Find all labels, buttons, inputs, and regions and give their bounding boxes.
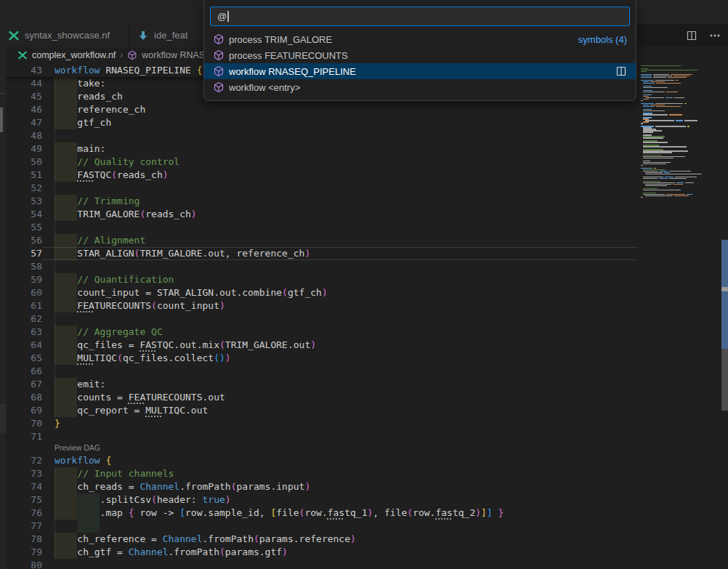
line-number[interactable]: 65: [6, 352, 42, 365]
symbol-cube-icon: [213, 65, 225, 77]
code-line[interactable]: 76 .map { row -> [row.sample_id, [file(r…: [6, 507, 638, 520]
line-number[interactable]: 52: [6, 182, 42, 195]
line-number[interactable]: 75: [6, 493, 42, 507]
line-number[interactable]: 66: [6, 365, 42, 378]
code-line[interactable]: 64 qc_files = FASTQC.out.mix(TRIM_GALORE…: [6, 339, 638, 352]
code-line[interactable]: 70}: [6, 417, 638, 430]
line-number[interactable]: 79: [6, 546, 42, 559]
quick-pick-item-label: process FEATURECOUNTS: [229, 50, 348, 61]
code-line[interactable]: 79 ch_gtf = Channel.fromPath(params.gtf): [6, 546, 638, 559]
code-line[interactable]: 63 // Aggregate QC: [6, 326, 638, 339]
quick-pick-item[interactable]: workflow RNASEQ_PIPELINE: [204, 63, 636, 79]
code-line-content: reference_ch: [42, 103, 638, 116]
line-number[interactable]: 72: [6, 454, 42, 467]
code-line[interactable]: 67 emit:: [6, 378, 638, 391]
line-number[interactable]: 50: [6, 156, 42, 169]
line-number[interactable]: 43: [6, 64, 42, 77]
symbol-quick-pick: @ process TRIM_GALOREsymbols (4)process …: [203, 0, 636, 101]
line-number[interactable]: 69: [6, 404, 42, 417]
line-number[interactable]: 57: [6, 247, 42, 260]
split-editor-icon[interactable]: [686, 30, 697, 41]
code-line[interactable]: 71: [6, 430, 638, 443]
code-line[interactable]: 49 main:: [6, 142, 638, 156]
line-number[interactable]: 56: [6, 234, 42, 247]
code-line[interactable]: 78 ch_reference = Channel.fromPath(param…: [6, 533, 638, 546]
code-line[interactable]: 53 // Trimming: [6, 195, 638, 208]
line-number[interactable]: 46: [6, 103, 42, 116]
code-line[interactable]: 48: [6, 129, 638, 142]
sliver-scroll-handle[interactable]: [0, 108, 3, 132]
indent-highlight-band: [54, 299, 77, 312]
code-line-content: FEATURECOUNTS(count_input): [42, 299, 638, 312]
line-number[interactable]: 63: [6, 326, 42, 339]
line-number[interactable]: 71: [6, 430, 42, 443]
code-line[interactable]: 47 gtf_ch: [6, 116, 638, 129]
code-line[interactable]: 61 FEATURECOUNTS(count_input): [6, 299, 638, 312]
code-line[interactable]: 65 MULTIQC(qc_files.collect()): [6, 352, 638, 365]
code-line[interactable]: 51 FASTQC(reads_ch): [6, 169, 638, 182]
line-number[interactable]: 80: [6, 559, 42, 569]
line-number[interactable]: 45: [6, 90, 42, 103]
tab-syntax-showcase[interactable]: syntax_showcase.nf: [0, 24, 129, 47]
line-number[interactable]: 68: [6, 391, 42, 404]
quick-pick-item[interactable]: process FEATURECOUNTS: [204, 47, 636, 63]
quick-pick-item[interactable]: process TRIM_GALOREsymbols (4): [204, 31, 636, 47]
line-number[interactable]: 47: [6, 116, 42, 129]
code-line[interactable]: 80: [6, 559, 638, 569]
minimap[interactable]: [638, 64, 721, 569]
line-number[interactable]: 48: [6, 129, 42, 142]
code-line[interactable]: 57 STAR_ALIGN(TRIM_GALORE.out, reference…: [6, 247, 638, 260]
code-line-content: STAR_ALIGN(TRIM_GALORE.out, reference_ch…: [42, 247, 638, 260]
more-actions-icon[interactable]: [709, 30, 721, 41]
code-line[interactable]: 55: [6, 221, 638, 234]
code-line[interactable]: 75 .splitCsv(header: true): [6, 493, 638, 507]
line-number[interactable]: 61: [6, 299, 42, 312]
code-line[interactable]: 52: [6, 182, 638, 195]
breadcrumb-file[interactable]: complex_workflow.nf: [32, 50, 116, 60]
code-line[interactable]: 62: [6, 312, 638, 326]
line-number[interactable]: 76: [6, 507, 42, 520]
line-number[interactable]: 58: [6, 260, 42, 273]
line-number[interactable]: 74: [6, 480, 42, 493]
code-line[interactable]: 66: [6, 365, 638, 378]
quick-pick-input[interactable]: @: [210, 7, 630, 26]
line-number[interactable]: 60: [6, 286, 42, 299]
line-number[interactable]: 70: [6, 417, 42, 430]
line-number[interactable]: 55: [6, 221, 42, 234]
code-line[interactable]: 58: [6, 260, 638, 273]
code-editor[interactable]: 43workflow RNASEQ_PIPELINE {44 take:45 r…: [6, 64, 638, 569]
code-line-content: workflow {: [42, 454, 638, 467]
code-line[interactable]: 74 ch_reads = Channel.fromPath(params.in…: [6, 480, 638, 493]
code-line[interactable]: 56 // Alignment: [6, 234, 638, 247]
line-number[interactable]: 53: [6, 195, 42, 208]
code-line[interactable]: 73 // Input channels: [6, 467, 638, 480]
code-line[interactable]: 69 qc_report = MULTIQC.out: [6, 404, 638, 417]
line-number[interactable]: 49: [6, 142, 42, 156]
code-line[interactable]: 72workflow {: [6, 454, 638, 467]
line-number[interactable]: 51: [6, 169, 42, 182]
line-number[interactable]: 78: [6, 533, 42, 546]
ruler-range-highlight: [721, 240, 728, 349]
tab-ide-feat[interactable]: ide_feat: [129, 24, 207, 47]
code-line[interactable]: 54 TRIM_GALORE(reads_ch): [6, 208, 638, 221]
quick-pick-item[interactable]: workflow <entry>: [204, 79, 636, 95]
indent-highlight-band: [54, 493, 77, 507]
code-line[interactable]: 77: [6, 520, 638, 533]
overview-ruler[interactable]: [721, 64, 728, 569]
code-line[interactable]: 59 // Quantification: [6, 273, 638, 286]
ruler-scrollbar-slider[interactable]: [721, 349, 728, 411]
line-number[interactable]: 62: [6, 312, 42, 326]
code-line[interactable]: 68 counts = FEATURECOUNTS.out: [6, 391, 638, 404]
code-line[interactable]: 60 count_input = STAR_ALIGN.out.combine(…: [6, 286, 638, 299]
line-number[interactable]: 77: [6, 520, 42, 533]
open-to-side-icon[interactable]: [615, 65, 627, 77]
line-number[interactable]: 44: [6, 77, 42, 90]
line-number[interactable]: 64: [6, 339, 42, 352]
code-line[interactable]: 46 reference_ch: [6, 103, 638, 116]
line-number[interactable]: 73: [6, 467, 42, 480]
line-number[interactable]: 59: [6, 273, 42, 286]
code-line-content: ch_reads = Channel.fromPath(params.input…: [42, 480, 638, 493]
line-number[interactable]: 67: [6, 378, 42, 391]
code-line[interactable]: 50 // Quality control: [6, 156, 638, 169]
line-number[interactable]: 54: [6, 208, 42, 221]
